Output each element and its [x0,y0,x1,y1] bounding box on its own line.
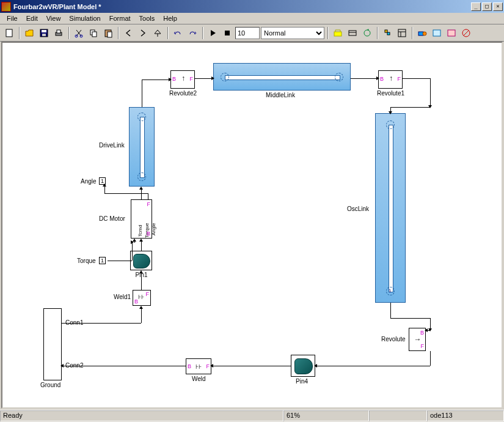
port-f-label: F [190,76,194,82]
debug-button[interactable] [415,26,429,40]
port-f-label: F [398,76,401,82]
weld-icon: ⊦⊦ [138,294,144,300]
play-button[interactable] [206,26,219,40]
svg-rect-25 [433,30,440,36]
label-dcmotor: DC Motor [99,215,125,222]
print-button[interactable] [52,26,65,40]
svg-rect-2 [42,30,46,32]
label-middlelink: MiddleLink [262,92,299,98]
refresh-button[interactable] [360,26,374,40]
undo-button[interactable] [171,26,184,40]
label-pin4: Pin4 [296,378,308,385]
svg-rect-15 [349,31,356,35]
block-revolute1[interactable]: B ↑ F [378,70,403,89]
simulation-mode-select[interactable]: Normal [261,27,324,39]
label-revolute2: Revolute2 [166,90,200,97]
port-f-label: F [146,291,150,297]
revolute-arrow-icon: ↑ [389,74,393,83]
svg-point-17 [364,30,370,36]
menu-edit[interactable]: Edit [22,13,42,23]
svg-rect-13 [225,31,230,35]
port-b-label: B [147,231,150,237]
svg-point-24 [423,32,426,35]
library-button[interactable] [381,26,394,40]
tool2-button[interactable] [445,26,458,40]
copy-button[interactable] [87,26,100,40]
window-controls: _ □ × [471,2,503,11]
block-drivelink[interactable] [129,107,155,187]
window-title: Fourbar2wVR/Plant Model * [13,3,471,10]
menu-simulation[interactable]: Simulation [65,13,104,23]
dcmotor-angle-label: Angle [151,223,156,235]
menubar: File Edit View Simulation Format Tools H… [0,13,504,24]
forward-button[interactable] [136,26,150,40]
weld-icon: ⊦⊦ [195,363,202,370]
target-button[interactable] [346,26,359,40]
label-weld1: Weld1 [114,294,131,300]
block-pin1[interactable] [130,251,152,270]
block-weld[interactable]: B ⊦⊦ F [186,358,211,374]
stop-time-input[interactable] [235,27,260,39]
block-ground[interactable] [43,308,62,380]
svg-rect-5 [57,30,60,33]
port-f-label: F [147,201,151,207]
block-revolute2[interactable]: B ↑ F [170,70,195,89]
svg-rect-14 [334,32,341,36]
label-weld: Weld [192,376,206,382]
canvas-area[interactable]: B ↑ F Revolute2 MiddleLink B ↑ F Revolut… [1,42,503,409]
revolute-arrow-icon: ↑ [181,74,185,83]
cut-button[interactable] [72,26,86,40]
block-dcmotor[interactable]: Tcmd Torque Angle F B [131,199,152,239]
port-b-label: B [188,363,191,369]
svg-rect-19 [387,32,390,35]
build-button[interactable] [331,26,345,40]
label-revolute: Revolute [381,336,405,342]
maximize-button[interactable]: □ [482,2,492,11]
app-icon [1,2,11,12]
close-button[interactable]: × [493,2,503,11]
new-button[interactable] [2,26,16,40]
status-zoom: 61% [283,410,369,421]
paste-button[interactable] [101,26,115,40]
status-ready: Ready [0,410,283,421]
up-button[interactable] [151,26,164,40]
status-empty [369,410,427,421]
back-button[interactable] [122,26,135,40]
port-torque[interactable]: 1 [99,257,106,264]
block-pin4[interactable] [291,355,315,377]
minimize-button[interactable]: _ [471,2,481,11]
tool3-button[interactable] [459,26,473,40]
menu-help[interactable]: Help [159,13,181,23]
svg-rect-11 [108,32,112,37]
revolute-arrow-icon: ↑ [414,338,422,341]
svg-line-28 [464,31,469,35]
menu-view[interactable]: View [42,13,65,23]
block-middlelink[interactable] [213,63,351,91]
menu-tools[interactable]: Tools [135,13,159,23]
port-f-label: F [421,343,425,349]
svg-rect-3 [42,34,46,36]
label-osclink: OscLink [347,205,369,212]
label-revolute1: Revolute1 [374,90,407,97]
label-ground: Ground [40,382,60,388]
menu-file[interactable]: File [2,13,22,23]
open-button[interactable] [23,26,36,40]
toolbar: Normal [0,24,504,42]
svg-rect-18 [385,30,387,32]
statusbar: Ready 61% ode113 [0,410,504,422]
stop-button[interactable] [221,26,234,40]
label-angle: Angle [81,178,97,185]
svg-rect-26 [448,30,455,36]
menu-format[interactable]: Format [105,13,135,23]
dcmotor-tcmd-label: Tcmd [137,225,143,237]
svg-rect-9 [92,32,97,37]
svg-rect-20 [398,29,406,37]
model-explorer-button[interactable] [395,26,409,40]
block-osclink[interactable]: 1 [375,113,406,303]
redo-button[interactable] [186,26,199,40]
tool1-button[interactable] [430,26,444,40]
label-drivelink: DriveLink [99,142,125,149]
status-solver: ode113 [427,410,504,421]
save-button[interactable] [37,26,51,40]
svg-rect-0 [6,29,12,37]
